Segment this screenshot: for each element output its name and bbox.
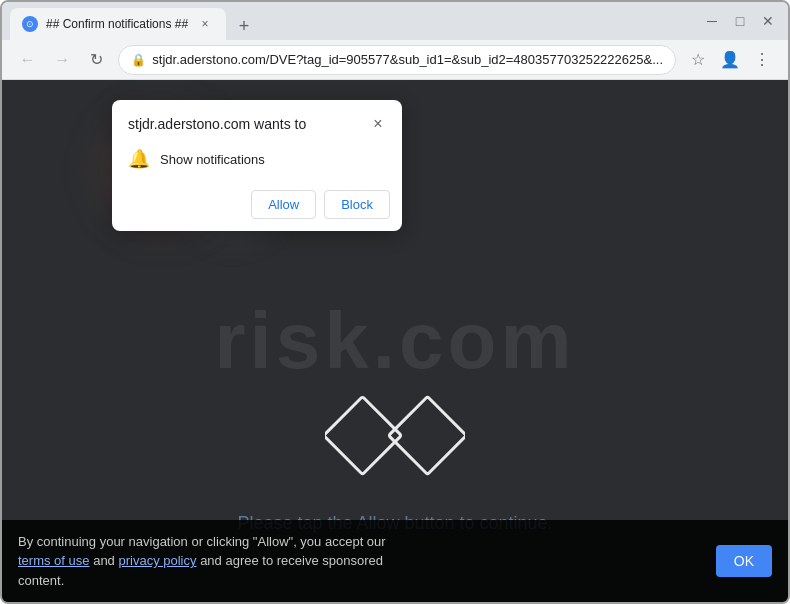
dialog-title: stjdr.aderstono.com wants to [128, 116, 306, 132]
favicon-icon: ⊙ [26, 19, 34, 29]
block-button[interactable]: Block [324, 190, 390, 219]
dialog-buttons: Allow Block [112, 182, 402, 231]
dialog-body: 🔔 Show notifications [112, 144, 402, 182]
tab-bar: ⊙ ## Confirm notifications ## × + [10, 2, 688, 40]
banner-line4: content. [18, 573, 64, 588]
profile-button[interactable]: 👤 [716, 46, 744, 74]
tab-close-button[interactable]: × [196, 15, 214, 33]
notification-permission-text: Show notifications [160, 152, 265, 167]
ok-button[interactable]: OK [716, 545, 772, 577]
close-button[interactable]: ✕ [756, 9, 780, 33]
address-bar: ← → ↻ 🔒 stjdr.aderstono.com/DVE?tag_id=9… [2, 40, 788, 80]
bookmark-button[interactable]: ☆ [684, 46, 712, 74]
reload-button[interactable]: ↻ [84, 46, 111, 74]
maximize-button[interactable]: □ [728, 9, 752, 33]
bottom-banner: By continuing your navigation or clickin… [2, 520, 788, 603]
window-controls: ─ □ ✕ [700, 9, 780, 33]
banner-line3: and agree to receive sponsored [200, 553, 383, 568]
tab-title: ## Confirm notifications ## [46, 17, 188, 31]
forward-button[interactable]: → [49, 46, 76, 74]
diamond-logo [325, 388, 465, 482]
url-bar[interactable]: 🔒 stjdr.aderstono.com/DVE?tag_id=905577&… [118, 45, 676, 75]
lock-icon: 🔒 [131, 53, 146, 67]
allow-button[interactable]: Allow [251, 190, 316, 219]
browser-window: ⊙ ## Confirm notifications ## × + ─ □ ✕ … [0, 0, 790, 604]
minimize-button[interactable]: ─ [700, 9, 724, 33]
menu-button[interactable]: ⋮ [748, 46, 776, 74]
title-bar: ⊙ ## Confirm notifications ## × + ─ □ ✕ [2, 2, 788, 40]
notification-dialog: stjdr.aderstono.com wants to × 🔔 Show no… [112, 100, 402, 231]
toolbar-icons: ☆ 👤 ⋮ [684, 46, 776, 74]
terms-link[interactable]: terms of use [18, 553, 90, 568]
new-tab-button[interactable]: + [230, 12, 258, 40]
page-content: risk.com Please tap the Allow button to … [2, 80, 788, 602]
banner-text: By continuing your navigation or clickin… [18, 532, 386, 591]
bell-icon: 🔔 [128, 148, 150, 170]
watermark-text: risk.com [214, 295, 575, 387]
url-text: stjdr.aderstono.com/DVE?tag_id=905577&su… [152, 52, 663, 67]
tab-favicon: ⊙ [22, 16, 38, 32]
dialog-close-button[interactable]: × [366, 112, 390, 136]
banner-and: and [93, 553, 115, 568]
privacy-link[interactable]: privacy policy [118, 553, 196, 568]
back-button[interactable]: ← [14, 46, 41, 74]
active-tab[interactable]: ⊙ ## Confirm notifications ## × [10, 8, 226, 40]
banner-line1: By continuing your navigation or clickin… [18, 534, 386, 549]
dialog-header: stjdr.aderstono.com wants to × [112, 100, 402, 144]
